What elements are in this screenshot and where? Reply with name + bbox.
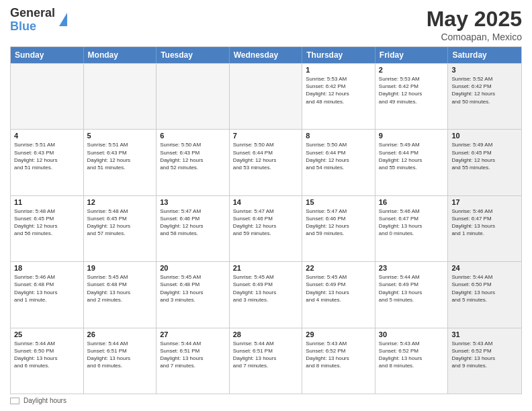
weekday-header-sunday: Sunday	[11, 47, 84, 63]
calendar-cell: 13Sunrise: 5:47 AM Sunset: 6:46 PM Dayli…	[157, 196, 230, 261]
calendar-cell: 9Sunrise: 5:49 AM Sunset: 6:44 PM Daylig…	[375, 130, 449, 195]
day-number: 21	[233, 264, 299, 272]
day-info: Sunrise: 5:50 AM Sunset: 6:43 PM Dayligh…	[160, 141, 226, 171]
weekday-header-tuesday: Tuesday	[157, 47, 230, 63]
day-number: 16	[379, 198, 445, 206]
day-info: Sunrise: 5:44 AM Sunset: 6:50 PM Dayligh…	[451, 273, 518, 304]
calendar-cell: 6Sunrise: 5:50 AM Sunset: 6:43 PM Daylig…	[157, 130, 230, 195]
calendar-cell: 29Sunrise: 5:43 AM Sunset: 6:52 PM Dayli…	[302, 328, 375, 394]
header: General Blue May 2025 Comoapan, Mexico	[10, 7, 522, 42]
day-number: 5	[87, 132, 153, 140]
day-info: Sunrise: 5:43 AM Sunset: 6:52 PM Dayligh…	[379, 340, 445, 370]
day-number: 9	[379, 132, 445, 140]
day-number: 29	[306, 330, 371, 338]
calendar-week-5: 25Sunrise: 5:44 AM Sunset: 6:50 PM Dayli…	[11, 328, 521, 394]
calendar-location: Comoapan, Mexico	[427, 32, 522, 42]
weekday-header-wednesday: Wednesday	[230, 47, 303, 63]
day-number: 4	[14, 132, 80, 140]
weekday-header-monday: Monday	[84, 47, 157, 63]
day-info: Sunrise: 5:49 AM Sunset: 6:45 PM Dayligh…	[451, 141, 518, 171]
calendar-body: 1Sunrise: 5:53 AM Sunset: 6:42 PM Daylig…	[11, 63, 521, 394]
day-number: 8	[306, 132, 371, 140]
daylight-label: Daylight hours	[24, 397, 66, 404]
day-number: 19	[87, 264, 153, 272]
calendar-cell	[157, 64, 230, 129]
day-info: Sunrise: 5:48 AM Sunset: 6:45 PM Dayligh…	[14, 208, 80, 238]
day-info: Sunrise: 5:51 AM Sunset: 6:43 PM Dayligh…	[14, 141, 80, 171]
weekday-header-thursday: Thursday	[302, 47, 375, 63]
logo: General Blue	[10, 7, 67, 34]
calendar-cell	[230, 64, 303, 129]
day-info: Sunrise: 5:46 AM Sunset: 6:47 PM Dayligh…	[379, 208, 445, 238]
day-info: Sunrise: 5:44 AM Sunset: 6:49 PM Dayligh…	[379, 273, 445, 304]
calendar-cell: 21Sunrise: 5:45 AM Sunset: 6:49 PM Dayli…	[230, 262, 303, 327]
calendar: SundayMondayTuesdayWednesdayThursdayFrid…	[10, 46, 522, 394]
day-number: 20	[160, 264, 226, 272]
day-number: 10	[451, 132, 518, 140]
calendar-cell: 20Sunrise: 5:45 AM Sunset: 6:48 PM Dayli…	[157, 262, 230, 327]
day-number: 17	[451, 198, 518, 206]
calendar-cell	[11, 64, 84, 129]
day-info: Sunrise: 5:49 AM Sunset: 6:44 PM Dayligh…	[379, 141, 445, 171]
calendar-week-1: 1Sunrise: 5:53 AM Sunset: 6:42 PM Daylig…	[11, 63, 521, 129]
day-info: Sunrise: 5:46 AM Sunset: 6:48 PM Dayligh…	[14, 273, 80, 304]
day-info: Sunrise: 5:44 AM Sunset: 6:51 PM Dayligh…	[160, 340, 226, 370]
day-info: Sunrise: 5:47 AM Sunset: 6:46 PM Dayligh…	[306, 208, 371, 238]
day-info: Sunrise: 5:45 AM Sunset: 6:48 PM Dayligh…	[160, 273, 226, 304]
title-block: May 2025 Comoapan, Mexico	[427, 7, 522, 42]
day-info: Sunrise: 5:44 AM Sunset: 6:51 PM Dayligh…	[87, 340, 153, 370]
daylight-legend-box	[10, 398, 19, 404]
day-info: Sunrise: 5:48 AM Sunset: 6:45 PM Dayligh…	[87, 208, 153, 238]
calendar-cell: 16Sunrise: 5:46 AM Sunset: 6:47 PM Dayli…	[375, 196, 449, 261]
logo-blue: Blue	[10, 19, 36, 33]
calendar-cell: 14Sunrise: 5:47 AM Sunset: 6:46 PM Dayli…	[230, 196, 303, 261]
day-number: 14	[233, 198, 299, 206]
day-number: 28	[233, 330, 299, 338]
logo-triangle-icon	[59, 13, 67, 26]
day-info: Sunrise: 5:47 AM Sunset: 6:46 PM Dayligh…	[233, 208, 299, 238]
calendar-cell: 7Sunrise: 5:50 AM Sunset: 6:44 PM Daylig…	[230, 130, 303, 195]
day-number: 2	[379, 66, 445, 74]
day-info: Sunrise: 5:53 AM Sunset: 6:42 PM Dayligh…	[306, 75, 371, 105]
calendar-cell: 25Sunrise: 5:44 AM Sunset: 6:50 PM Dayli…	[11, 328, 84, 394]
day-info: Sunrise: 5:46 AM Sunset: 6:47 PM Dayligh…	[451, 208, 518, 238]
day-number: 1	[306, 66, 371, 74]
day-info: Sunrise: 5:53 AM Sunset: 6:42 PM Dayligh…	[379, 75, 445, 105]
calendar-header: SundayMondayTuesdayWednesdayThursdayFrid…	[11, 47, 521, 63]
calendar-cell: 18Sunrise: 5:46 AM Sunset: 6:48 PM Dayli…	[11, 262, 84, 327]
calendar-cell: 28Sunrise: 5:44 AM Sunset: 6:51 PM Dayli…	[230, 328, 303, 394]
calendar-cell: 17Sunrise: 5:46 AM Sunset: 6:47 PM Dayli…	[448, 196, 521, 261]
day-number: 27	[160, 330, 226, 338]
calendar-cell: 3Sunrise: 5:52 AM Sunset: 6:42 PM Daylig…	[448, 64, 521, 129]
calendar-cell: 27Sunrise: 5:44 AM Sunset: 6:51 PM Dayli…	[157, 328, 230, 394]
calendar-cell: 15Sunrise: 5:47 AM Sunset: 6:46 PM Dayli…	[302, 196, 375, 261]
day-number: 11	[14, 198, 80, 206]
logo-general: General	[10, 6, 55, 19]
calendar-cell: 8Sunrise: 5:50 AM Sunset: 6:44 PM Daylig…	[302, 130, 375, 195]
calendar-cell: 10Sunrise: 5:49 AM Sunset: 6:45 PM Dayli…	[448, 130, 521, 195]
calendar-week-2: 4Sunrise: 5:51 AM Sunset: 6:43 PM Daylig…	[11, 129, 521, 195]
calendar-cell: 2Sunrise: 5:53 AM Sunset: 6:42 PM Daylig…	[375, 64, 449, 129]
day-info: Sunrise: 5:44 AM Sunset: 6:50 PM Dayligh…	[14, 340, 80, 370]
calendar-cell: 12Sunrise: 5:48 AM Sunset: 6:45 PM Dayli…	[84, 196, 157, 261]
day-number: 12	[87, 198, 153, 206]
day-number: 23	[379, 264, 445, 272]
day-info: Sunrise: 5:50 AM Sunset: 6:44 PM Dayligh…	[233, 141, 299, 171]
footer: Daylight hours	[10, 397, 522, 404]
day-info: Sunrise: 5:44 AM Sunset: 6:51 PM Dayligh…	[233, 340, 299, 370]
day-number: 3	[451, 66, 518, 74]
calendar-cell: 26Sunrise: 5:44 AM Sunset: 6:51 PM Dayli…	[84, 328, 157, 394]
day-number: 26	[87, 330, 153, 338]
day-info: Sunrise: 5:45 AM Sunset: 6:49 PM Dayligh…	[233, 273, 299, 304]
calendar-cell: 11Sunrise: 5:48 AM Sunset: 6:45 PM Dayli…	[11, 196, 84, 261]
day-number: 24	[451, 264, 518, 272]
calendar-cell: 24Sunrise: 5:44 AM Sunset: 6:50 PM Dayli…	[448, 262, 521, 327]
day-number: 22	[306, 264, 371, 272]
logo-text: General Blue	[10, 7, 55, 34]
calendar-cell: 5Sunrise: 5:51 AM Sunset: 6:43 PM Daylig…	[84, 130, 157, 195]
day-number: 30	[379, 330, 445, 338]
day-number: 13	[160, 198, 226, 206]
day-number: 18	[14, 264, 80, 272]
calendar-cell: 19Sunrise: 5:45 AM Sunset: 6:48 PM Dayli…	[84, 262, 157, 327]
calendar-title: May 2025	[427, 7, 522, 32]
